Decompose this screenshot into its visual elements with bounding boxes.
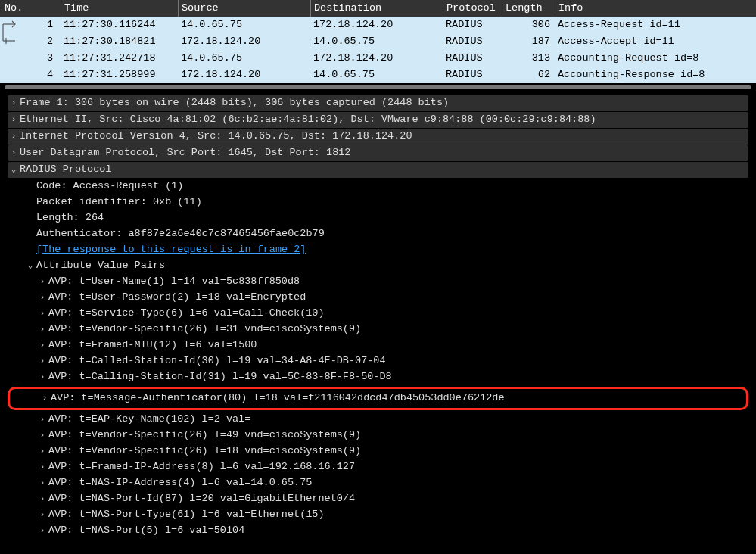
col-info[interactable]: Info: [555, 0, 756, 17]
cell-time: 11:27:30.184821: [61, 35, 178, 49]
packet-row[interactable]: 111:27:30.11624414.0.65.75172.18.124.20R…: [0, 17, 756, 33]
avp-label: AVP: t=Framed-MTU(12) l=6 val=1500: [48, 338, 257, 353]
col-source[interactable]: Source: [178, 0, 310, 17]
avp-row[interactable]: ›AVP: t=Called-Station-Id(30) l=19 val=3…: [8, 353, 748, 369]
avp-row[interactable]: ›AVP: t=NAS-Port-Type(61) l=6 val=Ethern…: [8, 507, 748, 523]
chevron-right-icon[interactable]: ›: [36, 462, 48, 473]
packet-row[interactable]: 311:27:31.24271814.0.65.75172.18.124.20R…: [0, 50, 756, 67]
chevron-right-icon[interactable]: ›: [36, 292, 48, 303]
tree-ethernet[interactable]: › Ethernet II, Src: Cisco_4a:81:02 (6c:b…: [8, 112, 748, 128]
cell-len: 62: [502, 68, 555, 82]
cell-dst: 172.18.124.20: [310, 18, 443, 33]
avp-label: AVP: t=User-Password(2) l=18 val=Encrypt…: [48, 291, 306, 305]
avp-row[interactable]: ›AVP: t=Service-Type(6) l=6 val=Call-Che…: [8, 306, 748, 322]
avp-row[interactable]: ›AVP: t=Message-Authenticator(80) l=18 v…: [10, 391, 746, 406]
chevron-right-icon[interactable]: ›: [36, 446, 48, 457]
chevron-right-icon[interactable]: ›: [36, 525, 48, 537]
avp-label: AVP: t=NAS-Port-Id(87) l=20 val=GigabitE…: [48, 492, 355, 506]
avp-row[interactable]: ›AVP: t=Vendor-Specific(26) l=49 vnd=cis…: [8, 428, 748, 444]
cell-proto: RADIUS: [443, 68, 502, 82]
cell-dst: 14.0.65.75: [310, 68, 443, 82]
tree-label: Attribute Value Pairs: [36, 259, 165, 273]
tree-radius[interactable]: ⌄ RADIUS Protocol: [8, 162, 748, 178]
avp-row[interactable]: ›AVP: t=Framed-MTU(12) l=6 val=1500: [8, 338, 748, 353]
chevron-right-icon[interactable]: ›: [8, 131, 20, 142]
chevron-right-icon[interactable]: ›: [39, 393, 51, 404]
tree-frame[interactable]: › Frame 1: 306 bytes on wire (2448 bits)…: [8, 95, 748, 111]
chevron-right-icon[interactable]: ›: [36, 324, 48, 335]
tree-label: Frame 1: 306 bytes on wire (2448 bits), …: [20, 96, 449, 110]
avp-label: AVP: t=NAS-Port-Type(61) l=6 val=Etherne…: [48, 508, 325, 522]
avp-row[interactable]: ›AVP: t=NAS-Port(5) l=6 val=50104: [8, 523, 748, 539]
packet-list-header: No. Time Source Destination Protocol Len…: [0, 0, 756, 17]
chevron-right-icon[interactable]: ›: [36, 356, 48, 367]
radius-packet-id[interactable]: Packet identifier: 0xb (11): [8, 195, 748, 210]
avp-row[interactable]: ›AVP: t=User-Name(1) l=14 val=5c838ff850…: [8, 274, 748, 290]
avp-row[interactable]: ›AVP: t=Vendor-Specific(26) l=18 vnd=cis…: [8, 444, 748, 459]
tree-label: Ethernet II, Src: Cisco_4a:81:02 (6c:b2:…: [20, 113, 596, 127]
radius-avp-header[interactable]: ⌄ Attribute Value Pairs: [8, 258, 748, 274]
col-protocol[interactable]: Protocol: [443, 0, 502, 17]
avp-label: AVP: t=Service-Type(6) l=6 val=Call-Chec…: [48, 307, 325, 321]
radius-length[interactable]: Length: 264: [8, 210, 748, 226]
col-destination[interactable]: Destination: [310, 0, 443, 17]
response-frame-link[interactable]: [The response to this request is in fram…: [36, 243, 306, 257]
avp-label: AVP: t=Vendor-Specific(26) l=18 vnd=cisc…: [48, 444, 361, 459]
avp-row[interactable]: ›AVP: t=NAS-IP-Address(4) l=6 val=14.0.6…: [8, 475, 748, 491]
scrollbar-handle[interactable]: [5, 85, 751, 89]
avp-row[interactable]: ›AVP: t=EAP-Key-Name(102) l=2 val=: [8, 412, 748, 428]
chevron-right-icon[interactable]: ›: [8, 98, 20, 109]
chevron-down-icon[interactable]: ⌄: [24, 260, 36, 272]
chevron-down-icon[interactable]: ⌄: [8, 164, 20, 176]
chevron-right-icon[interactable]: ›: [36, 276, 48, 288]
tree-label: Code: Access-Request (1): [36, 179, 183, 194]
packet-row[interactable]: 211:27:30.184821172.18.124.2014.0.65.75R…: [0, 33, 756, 50]
chevron-right-icon[interactable]: ›: [36, 308, 48, 319]
cell-time: 11:27:30.116244: [61, 18, 178, 33]
packet-row[interactable]: 411:27:31.258999172.18.124.2014.0.65.75R…: [0, 67, 756, 83]
packet-list[interactable]: No. Time Source Destination Protocol Len…: [0, 0, 756, 83]
avp-row[interactable]: ›AVP: t=NAS-Port-Id(87) l=20 val=Gigabit…: [8, 491, 748, 507]
avp-row[interactable]: ›AVP: t=User-Password(2) l=18 val=Encryp…: [8, 290, 748, 306]
radius-code[interactable]: Code: Access-Request (1): [8, 179, 748, 195]
avp-label: AVP: t=Calling-Station-Id(31) l=19 val=5…: [48, 370, 392, 384]
col-length[interactable]: Length: [502, 0, 555, 17]
radius-response-link[interactable]: [The response to this request is in fram…: [8, 242, 748, 258]
tree-label: Internet Protocol Version 4, Src: 14.0.6…: [20, 129, 412, 144]
tree-label: Length: 264: [36, 211, 104, 226]
tree-ip[interactable]: › Internet Protocol Version 4, Src: 14.0…: [8, 129, 748, 145]
tree-udp[interactable]: › User Datagram Protocol, Src Port: 1645…: [8, 145, 748, 161]
highlighted-avp: ›AVP: t=Message-Authenticator(80) l=18 v…: [8, 387, 748, 410]
packet-details[interactable]: › Frame 1: 306 bytes on wire (2448 bits)…: [0, 91, 756, 546]
chevron-right-icon[interactable]: ›: [8, 148, 20, 159]
chevron-right-icon[interactable]: ›: [36, 372, 48, 383]
chevron-right-icon[interactable]: ›: [36, 414, 48, 425]
avp-label: AVP: t=Called-Station-Id(30) l=19 val=34…: [48, 354, 386, 369]
avp-row[interactable]: ›AVP: t=Calling-Station-Id(31) l=19 val=…: [8, 369, 748, 385]
col-time[interactable]: Time: [61, 0, 178, 17]
chevron-right-icon[interactable]: ›: [36, 430, 48, 441]
cell-dst: 172.18.124.20: [310, 51, 443, 66]
cell-dst: 14.0.65.75: [310, 35, 443, 49]
cell-time: 11:27:31.242718: [61, 51, 178, 66]
chevron-right-icon[interactable]: ›: [8, 114, 20, 126]
avp-row[interactable]: ›AVP: t=Vendor-Specific(26) l=31 vnd=cis…: [8, 322, 748, 338]
cell-proto: RADIUS: [443, 35, 502, 49]
avp-label: AVP: t=Message-Authenticator(80) l=18 va…: [51, 391, 505, 406]
avp-label: AVP: t=NAS-IP-Address(4) l=6 val=14.0.65…: [48, 476, 312, 490]
chevron-right-icon[interactable]: ›: [36, 493, 48, 505]
pane-splitter[interactable]: [0, 83, 756, 91]
chevron-right-icon[interactable]: ›: [36, 509, 48, 521]
avp-label: AVP: t=Framed-IP-Address(8) l=6 val=192.…: [48, 460, 355, 475]
cell-src: 14.0.65.75: [178, 18, 310, 33]
cell-info: Access-Accept id=11: [555, 35, 756, 49]
col-no[interactable]: No.: [0, 0, 61, 17]
chevron-right-icon[interactable]: ›: [36, 478, 48, 489]
cell-proto: RADIUS: [443, 51, 502, 66]
avp-label: AVP: t=NAS-Port(5) l=6 val=50104: [48, 524, 244, 538]
chevron-right-icon[interactable]: ›: [36, 340, 48, 351]
cell-no: 4: [0, 68, 61, 82]
cell-info: Accounting-Response id=8: [555, 68, 756, 82]
radius-authenticator[interactable]: Authenticator: a8f87e2a6e40c7c87465456fa…: [8, 226, 748, 242]
avp-row[interactable]: ›AVP: t=Framed-IP-Address(8) l=6 val=192…: [8, 459, 748, 475]
